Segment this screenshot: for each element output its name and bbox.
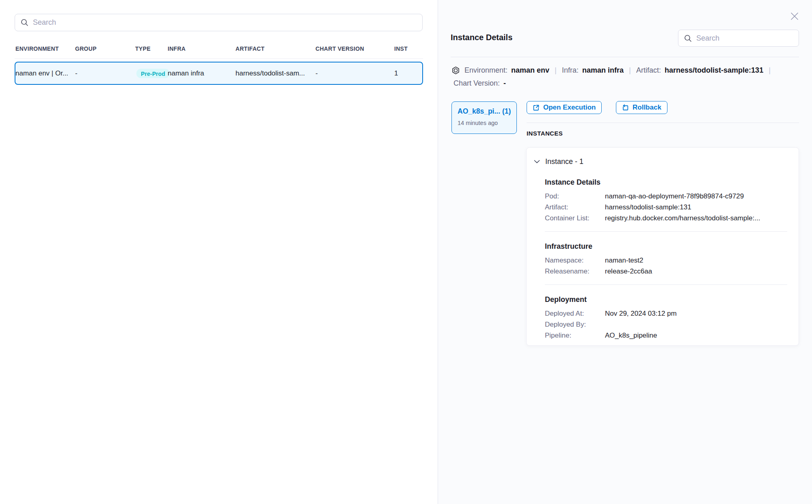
column-environment: ENVIRONMENT	[15, 45, 59, 52]
instance-title: Instance - 1	[545, 157, 583, 166]
instance-expander[interactable]: Instance - 1	[534, 157, 799, 166]
page-title: Instance Details	[451, 33, 512, 42]
cell-inst: 1	[394, 69, 398, 78]
column-type: TYPE	[135, 45, 151, 52]
execution-card[interactable]: AO_k8s_pi... (1) 14 minutes ago	[451, 101, 517, 134]
chart-version-value: -	[503, 79, 506, 88]
namespace-label: Namespace:	[545, 256, 605, 264]
cell-chart-version: -	[315, 69, 318, 78]
cell-infra: naman infra	[168, 69, 204, 78]
column-artifact: ARTIFACT	[235, 45, 265, 52]
chart-version-label: Chart Version:	[454, 79, 500, 88]
infrastructure-rows: Namespace: naman-test2 Releasename: rele…	[545, 256, 787, 275]
close-icon[interactable]	[789, 11, 800, 22]
container-list-label: Container List:	[545, 214, 605, 222]
environment-value: naman env	[511, 66, 549, 75]
table-search	[15, 14, 423, 31]
instances-section-header: INSTANCES	[527, 130, 563, 137]
releasename-label: Releasename:	[545, 267, 605, 275]
actions-divider	[527, 123, 799, 123]
table-header-row: ENVIRONMENT GROUP TYPE INFRA ARTIFACT CH…	[15, 45, 423, 53]
column-chart-version: CHART VERSION	[315, 45, 364, 52]
instance-details-panel: Instance Details Environment: naman env …	[438, 0, 812, 504]
artifact-value: harness/todolist-sample:131	[605, 203, 787, 211]
artifact-label: Artifact:	[545, 203, 605, 211]
container-list-value: registry.hub.docker.com/harness/todolist…	[605, 214, 787, 222]
section-heading-deployment: Deployment	[545, 295, 787, 304]
separator: |	[768, 66, 771, 75]
namespace-value: naman-test2	[605, 256, 787, 264]
deployed-by-label: Deployed By:	[545, 321, 605, 328]
rollback-label: Rollback	[633, 103, 661, 112]
deployed-at-label: Deployed At:	[545, 310, 605, 317]
deployed-by-value	[605, 321, 787, 328]
panel-search-input[interactable]	[696, 34, 793, 43]
artifact-label: Artifact:	[636, 66, 661, 75]
panel-search	[678, 30, 799, 47]
cell-group: -	[75, 69, 78, 78]
column-group: GROUP	[75, 45, 97, 52]
section-divider	[545, 231, 787, 232]
open-execution-button[interactable]: Open Execution	[527, 101, 602, 114]
section-heading-infrastructure: Infrastructure	[545, 242, 787, 251]
rollback-icon	[622, 104, 629, 111]
pipeline-value: AO_k8s_pipeline	[605, 332, 787, 339]
pipeline-label: Pipeline:	[545, 332, 605, 339]
execution-card-title: AO_k8s_pi... (1)	[458, 107, 511, 116]
environments-table-pane: ENVIRONMENT GROUP TYPE INFRA ARTIFACT CH…	[0, 0, 438, 504]
environment-label: Environment:	[464, 66, 508, 75]
table-row[interactable]: naman env | Or... - Pre-Prod naman infra…	[15, 62, 423, 85]
instance-details-rows: Pod: naman-qa-ao-deployment-78f9b89874-c…	[545, 192, 787, 222]
deployed-at-value: Nov 29, 2024 03:12 pm	[605, 310, 787, 317]
chevron-down-icon	[534, 160, 540, 164]
environment-hexagon-icon	[451, 66, 460, 75]
rollback-button[interactable]: Rollback	[616, 101, 667, 114]
infra-value: naman infra	[582, 66, 624, 75]
section-divider	[545, 284, 787, 285]
cell-type: Pre-Prod	[136, 69, 170, 78]
execution-card-time: 14 minutes ago	[458, 120, 511, 126]
pod-value: naman-qa-ao-deployment-78f9b89874-c9729	[605, 192, 787, 200]
open-execution-label: Open Execution	[543, 103, 596, 112]
pre-prod-badge: Pre-Prod	[136, 69, 170, 78]
artifact-value: harness/todolist-sample:131	[665, 66, 763, 75]
section-heading-instance-details: Instance Details	[545, 178, 787, 187]
infra-label: Infra:	[562, 66, 579, 75]
separator: |	[628, 66, 632, 75]
external-link-icon	[533, 104, 540, 111]
search-input[interactable]	[33, 18, 417, 27]
instance-card: Instance - 1 Instance Details Pod: naman…	[526, 147, 799, 346]
deployment-summary: Environment: naman env | Infra: naman in…	[451, 66, 801, 88]
header-divider	[451, 57, 799, 57]
cell-artifact: harness/todolist-sam...	[235, 69, 305, 78]
search-icon	[21, 19, 28, 26]
pod-label: Pod:	[545, 192, 605, 200]
releasename-value: release-2cc6aa	[605, 267, 787, 275]
search-icon	[684, 34, 692, 42]
cell-environment: naman env | Or...	[15, 69, 68, 78]
deployment-rows: Deployed At: Nov 29, 2024 03:12 pm Deplo…	[545, 310, 787, 339]
column-inst: INST	[394, 45, 408, 52]
table-header-divider	[15, 58, 423, 59]
separator: |	[554, 66, 557, 75]
column-infra: INFRA	[168, 45, 186, 52]
